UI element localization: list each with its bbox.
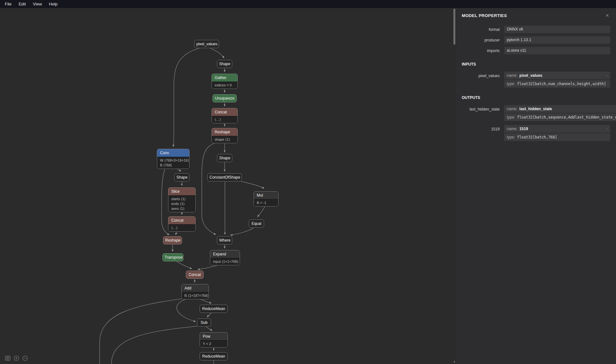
- panel-title: MODEL PROPERTIES: [462, 13, 507, 18]
- graph-node-reshape-1[interactable]: Reshapeshape ⟨1⟩: [211, 128, 238, 143]
- io-type-value: float32[batch,num_channels,height,width]: [517, 82, 606, 86]
- scroll-down-arrow-icon[interactable]: ▾: [453, 360, 456, 364]
- node-attributes: W ⟨768×3×16×16⟩B ⟨768⟩: [157, 157, 189, 169]
- node-label: pixel_values: [194, 40, 219, 48]
- io-type-row: type: float32[batch,num_channels,height,…: [504, 80, 610, 88]
- io-label: last_hidden_state: [462, 105, 504, 121]
- graph-node-slice[interactable]: Slicestarts ⟨1⟩ends ⟨1⟩axes ⟨1⟩: [168, 187, 196, 212]
- node-attributes: input ⟨1×1×768⟩: [210, 258, 240, 265]
- node-label: Shape: [217, 154, 232, 162]
- node-label: Conv: [157, 149, 189, 157]
- property-row-producer: producer pytorch 1.13.1: [462, 36, 610, 44]
- node-attributes: Y = 2: [200, 340, 228, 347]
- node-label: Unsqueeze: [213, 94, 237, 102]
- collapse-toggle[interactable]: -: [604, 73, 608, 78]
- property-row-format: format ONNX v6: [462, 26, 610, 33]
- node-label: ReduceMean: [200, 305, 228, 313]
- graph-node-pow[interactable]: PowY = 2: [200, 332, 228, 348]
- node-label: Mul: [254, 191, 278, 199]
- graph-node-expand[interactable]: Expandinput ⟨1×1×768⟩: [210, 250, 240, 265]
- output-item-1519: 1519 name: 1519 - type: float32[batch,76…: [462, 125, 610, 141]
- io-type-row: type: float32[batch,768]: [504, 133, 610, 141]
- graph-node-concat-1[interactable]: Concat⟨…⟩: [211, 108, 238, 123]
- graph-node-gather[interactable]: Gatherindices = 0: [211, 74, 238, 89]
- graph-node-shape-2[interactable]: Shape: [217, 154, 232, 162]
- property-row-imports: imports ai.onnx v11: [462, 47, 610, 54]
- graph-node-where[interactable]: Where: [217, 236, 232, 244]
- name-key: name:: [507, 127, 517, 131]
- menu-item-file[interactable]: File: [1, 0, 15, 8]
- node-label: ReduceMean: [200, 352, 228, 360]
- vertical-scrollbar: ▾: [453, 8, 456, 364]
- node-label: Concat: [168, 217, 195, 224]
- node-attribute: Y = 2: [200, 342, 228, 346]
- input-item-pixel-values: pixel_values name: pixel_values - type: …: [462, 72, 610, 88]
- io-name-value: last_hidden_state: [519, 107, 552, 111]
- graph-node-concat-3[interactable]: Concat: [186, 271, 204, 279]
- menu-item-edit[interactable]: Edit: [15, 0, 29, 8]
- node-attribute: B = -1: [254, 200, 278, 205]
- node-label: Slice: [168, 188, 195, 195]
- node-label: Concat: [212, 108, 237, 116]
- graph-node-reducemean-1[interactable]: ReduceMean: [200, 305, 228, 313]
- graph-node-sub[interactable]: Sub: [197, 318, 211, 327]
- graph-node-transpose[interactable]: Transpose: [162, 253, 183, 262]
- graph-node-reducemean-2[interactable]: ReduceMean: [200, 352, 228, 360]
- outputs-section-header: OUTPUTS: [462, 95, 610, 100]
- output-item-last-hidden-state: last_hidden_state name: last_hidden_stat…: [462, 105, 610, 121]
- close-icon[interactable]: ×: [604, 13, 610, 18]
- graph-node-mul[interactable]: MulB = -1: [254, 191, 279, 207]
- model-properties-panel: MODEL PROPERTIES × format ONNX v6 produc…: [456, 8, 616, 364]
- node-attribute: ⟨…⟩: [212, 117, 237, 122]
- node-attribute: indices = 0: [212, 83, 237, 88]
- node-label: Shape: [174, 173, 189, 181]
- io-type-value: float32[batch,768]: [517, 135, 557, 139]
- property-label: imports: [462, 49, 504, 53]
- node-label: Equal: [249, 220, 264, 227]
- graph-node-constantofshape[interactable]: ConstantOfShape: [207, 173, 242, 182]
- property-value: ONNX v6: [504, 26, 610, 33]
- node-label: Gather: [212, 74, 237, 82]
- zoom-in-icon[interactable]: [13, 355, 20, 361]
- menu-item-help[interactable]: Help: [45, 0, 61, 8]
- property-label: producer: [462, 38, 504, 42]
- node-attributes: ⟨…⟩: [168, 224, 195, 231]
- io-type-row: type: float32[batch,sequence,Addlast_hid…: [504, 113, 616, 121]
- scrollbar-thumb[interactable]: [453, 9, 455, 45]
- graph-nodes: pixel_valuesShapeGatherindices = 0Unsque…: [0, 8, 453, 364]
- graph-node-unsqueeze[interactable]: Unsqueeze: [212, 94, 237, 102]
- graph-node-pixel_values[interactable]: pixel_values: [194, 40, 219, 48]
- graph-node-shape-3[interactable]: Shape: [174, 173, 190, 182]
- menu-item-view[interactable]: View: [29, 0, 45, 8]
- node-attribute: B ⟨1×197×768⟩: [182, 293, 209, 298]
- graph-node-shape-1[interactable]: Shape: [217, 60, 232, 68]
- graph-node-conv[interactable]: ConvW ⟨768×3×16×16⟩B ⟨768⟩: [157, 149, 190, 169]
- type-key: type:: [507, 135, 515, 139]
- node-label: Transpose: [163, 253, 183, 261]
- node-label: Reshape: [212, 128, 237, 136]
- node-label: Shape: [217, 60, 232, 68]
- collapse-toggle[interactable]: -: [604, 127, 608, 131]
- node-label: Expand: [210, 250, 240, 258]
- io-name-value: 1519: [519, 127, 528, 131]
- graph-node-concat-2[interactable]: Concat⟨…⟩: [168, 216, 196, 232]
- node-attribute: axes ⟨1⟩: [168, 206, 195, 211]
- node-attribute: W ⟨768×3×16×16⟩: [157, 158, 189, 163]
- canvas-toolbar: [4, 355, 28, 361]
- node-attribute: B ⟨768⟩: [157, 163, 189, 168]
- node-attribute: shape ⟨1⟩: [212, 137, 237, 142]
- io-name-row: name: last_hidden_state -: [504, 105, 616, 113]
- property-value: pytorch 1.13.1: [504, 36, 610, 44]
- graph-node-reshape-2[interactable]: Reshape: [163, 236, 182, 244]
- sidebar-toggle-icon[interactable]: [4, 355, 11, 361]
- node-attributes: B = -1: [254, 199, 278, 206]
- node-label: Concat: [186, 271, 203, 279]
- node-label: Pow: [200, 333, 228, 340]
- property-label: format: [462, 27, 504, 32]
- node-label: Where: [217, 236, 232, 244]
- graph-node-equal[interactable]: Equal: [249, 219, 264, 228]
- node-label: Reshape: [163, 236, 182, 244]
- graph-node-add[interactable]: AddB ⟨1×197×768⟩: [181, 284, 209, 299]
- graph-canvas[interactable]: pixel_valuesShapeGatherindices = 0Unsque…: [0, 8, 453, 364]
- zoom-out-icon[interactable]: [22, 355, 28, 361]
